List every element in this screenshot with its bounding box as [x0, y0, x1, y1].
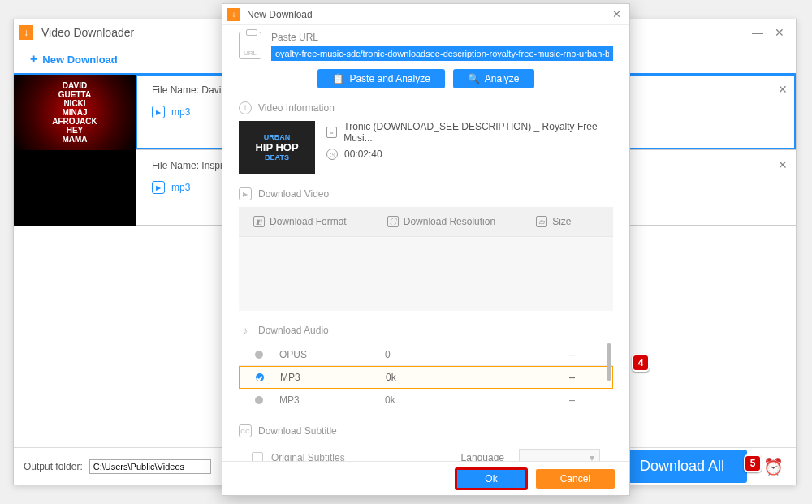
- new-download-button[interactable]: + New Download: [14, 52, 134, 67]
- annotation-5: 5: [744, 454, 762, 472]
- audio-option-row[interactable]: OPUS 0 --: [239, 343, 613, 366]
- audio-option-row[interactable]: MP3 0k --: [239, 389, 613, 411]
- resolution-icon: ⛶: [387, 216, 399, 227]
- minimize-button[interactable]: —: [752, 26, 763, 39]
- item-thumbnail: [14, 150, 136, 226]
- format-icon: ◧: [253, 216, 265, 227]
- download-video-body: [239, 236, 613, 311]
- video-thumbnail: URBAN HIP HOP BEATS: [239, 121, 315, 174]
- dialog-footer: Ok Cancel: [222, 461, 629, 495]
- close-button[interactable]: ✕: [775, 26, 784, 39]
- dialog-title: New Download: [247, 9, 313, 20]
- download-audio-label: Download Audio: [258, 325, 329, 336]
- plus-icon: +: [30, 52, 37, 67]
- video-duration: 00:02:40: [344, 149, 382, 160]
- annotation-4: 4: [632, 354, 650, 372]
- dialog-icon: ↓: [227, 8, 240, 21]
- original-subtitles-label: Original Subtitles: [271, 452, 345, 461]
- dialog-titlebar: ↓ New Download ✕: [222, 4, 629, 25]
- radio-icon: [255, 351, 263, 359]
- paste-icon: 📋: [332, 73, 344, 84]
- download-all-button[interactable]: Download All: [617, 450, 747, 483]
- item-thumbnail: DAVID GUETTA NICKI MINAJ AFROJACK HEY MA…: [14, 75, 136, 150]
- url-input[interactable]: [271, 46, 613, 61]
- app-icon: ↓: [19, 25, 33, 40]
- audio-option-row[interactable]: MP3 0k --: [239, 366, 613, 389]
- audio-icon: ▶: [152, 181, 165, 194]
- output-folder-label: Output folder:: [24, 461, 83, 472]
- audio-list: OPUS 0 -- MP3 0k -- MP3 0k --: [239, 343, 613, 411]
- audio-icon: ♪: [239, 324, 252, 337]
- scrollbar-thumb[interactable]: [607, 343, 611, 381]
- search-icon: 🔍: [468, 73, 480, 84]
- cc-icon: CC: [239, 424, 252, 437]
- clock-icon: ◷: [326, 149, 338, 160]
- radio-icon: [255, 396, 263, 404]
- audio-icon: ▶: [152, 106, 165, 118]
- analyze-button[interactable]: 🔍 Analyze: [453, 69, 534, 88]
- download-subtitle-label: Download Subtitle: [258, 425, 337, 437]
- paste-analyze-button[interactable]: 📋 Paste and Analyze: [317, 69, 444, 88]
- output-folder-input[interactable]: [89, 459, 211, 474]
- info-icon: i: [239, 101, 252, 114]
- folder-icon: 🗀: [536, 216, 547, 227]
- new-download-dialog: ↓ New Download ✕ URL Paste URL 📋 Paste a…: [222, 3, 630, 496]
- document-icon: ≡: [326, 127, 337, 138]
- cancel-button[interactable]: Cancel: [536, 469, 615, 489]
- ok-button[interactable]: Ok: [455, 467, 527, 490]
- video-title: Tronic (DOWNLOAD_SEE DESCRIPTION) _ Roya…: [343, 121, 613, 144]
- app-title: Video Downloader: [41, 26, 134, 39]
- paste-url-label: Paste URL: [271, 32, 613, 43]
- dialog-close-button[interactable]: ✕: [609, 8, 624, 20]
- original-subtitles-checkbox[interactable]: [252, 452, 263, 461]
- item-close-button[interactable]: ✕: [778, 83, 788, 96]
- schedule-icon[interactable]: ⏰: [760, 454, 786, 480]
- video-information-label: Video Information: [258, 102, 335, 114]
- video-icon: ▶: [239, 187, 252, 200]
- download-video-headers: ◧Download Format ⛶Download Resolution 🗀S…: [239, 207, 613, 236]
- language-label: Language: [461, 452, 504, 461]
- download-video-label: Download Video: [258, 188, 329, 200]
- item-close-button[interactable]: ✕: [778, 158, 788, 171]
- clipboard-icon: URL: [239, 32, 261, 59]
- language-select[interactable]: ▾: [519, 449, 600, 461]
- radio-icon: [256, 373, 264, 381]
